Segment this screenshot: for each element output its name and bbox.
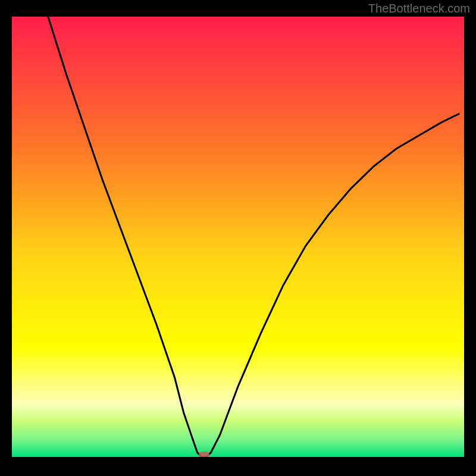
marker-point (199, 452, 209, 457)
attribution-text: TheBottleneck.com (0, 0, 476, 17)
plot-area (12, 17, 464, 457)
chart-svg (12, 17, 464, 457)
gradient-bg (12, 17, 464, 457)
chart-container: TheBottleneck.com (0, 0, 476, 476)
